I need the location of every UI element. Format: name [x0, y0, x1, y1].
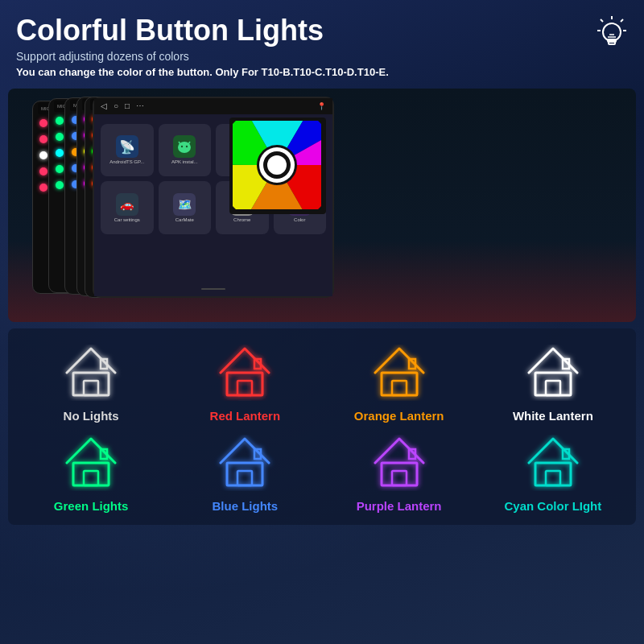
light-label-no-lights: No Lights [64, 409, 119, 423]
tablet-bottom-bar [94, 284, 332, 294]
svg-rect-41 [237, 471, 252, 485]
svg-line-13 [179, 142, 180, 144]
house-icon-no-lights [59, 345, 123, 401]
svg-rect-26 [84, 381, 98, 395]
svg-rect-7 [609, 42, 615, 44]
svg-point-12 [186, 146, 188, 147]
svg-line-1 [621, 19, 623, 22]
svg-point-5 [603, 23, 621, 41]
side-buttons-1 [39, 119, 47, 192]
light-item-green-lights: Green Lights [16, 435, 166, 513]
home-icon: ○ [114, 101, 118, 110]
side-buttons-2 [56, 117, 64, 189]
svg-point-24 [267, 155, 287, 175]
svg-rect-46 [535, 463, 571, 485]
house-icon-white-lantern [521, 345, 585, 401]
app-androidts[interactable]: 📡 AndroidTS GP... [101, 124, 154, 177]
back-icon: ◁ [101, 101, 107, 110]
svg-rect-43 [382, 463, 417, 485]
header-section: Colorful Button Lights Support adjusting… [0, 0, 644, 85]
svg-rect-32 [392, 381, 407, 395]
light-label-red-lantern: Red Lantern [210, 409, 281, 423]
house-icon-purple-lantern [367, 435, 431, 491]
light-item-red-lantern: Red Lantern [170, 345, 320, 423]
svg-rect-37 [73, 463, 109, 485]
light-label-white-lantern: White Lantern [513, 409, 593, 423]
light-item-no-lights: No Lights [16, 345, 166, 423]
status-icons: 📍 [317, 102, 326, 110]
house-icon-red-lantern [213, 345, 277, 401]
svg-rect-25 [73, 373, 109, 395]
light-label-purple-lantern: Purple Lantern [357, 499, 442, 513]
color-wheel-svg [233, 121, 321, 209]
recents-icon: □ [125, 101, 130, 110]
menu-icon: ⋯ [136, 101, 144, 110]
svg-rect-31 [382, 373, 417, 395]
svg-line-3 [601, 19, 603, 22]
page-title: Colorful Button Lights [16, 14, 628, 47]
bulb-svg [596, 14, 628, 50]
light-label-blue-lights: Blue Lights [213, 499, 279, 513]
house-icon-green-lights [59, 435, 123, 491]
svg-rect-34 [535, 373, 571, 395]
light-item-blue-lights: Blue Lights [170, 435, 320, 513]
light-item-cyan-color-light: Cyan Color LIght [478, 435, 628, 513]
light-item-white-lantern: White Lantern [478, 345, 628, 423]
light-label-cyan-color-light: Cyan Color LIght [504, 499, 601, 513]
subtitle: Support adjusting dozens of colors [16, 50, 628, 63]
svg-rect-28 [227, 373, 262, 395]
device-showcase: MIC RST MIC RST MIC RST [8, 89, 636, 322]
app-apk[interactable]: APK instal... [159, 124, 212, 177]
svg-rect-40 [227, 463, 262, 485]
app-carmate[interactable]: 🗺️ CarMate [159, 181, 212, 234]
svg-rect-44 [392, 471, 407, 485]
house-icon-orange-lantern [367, 345, 431, 401]
svg-rect-38 [84, 471, 98, 485]
nav-icons: ◁ ○ □ ⋯ [101, 101, 144, 110]
house-icon-blue-lights [213, 435, 277, 491]
main-tablet: ◁ ○ □ ⋯ 📍 📡 AndroidTS GP... [93, 97, 334, 298]
android-topbar: ◁ ○ □ ⋯ 📍 [94, 98, 332, 114]
lights-grid: No Lights Red L [16, 345, 628, 513]
svg-rect-35 [546, 381, 560, 395]
svg-rect-29 [237, 381, 252, 395]
bulb-icon [596, 14, 628, 50]
compatibility-note: You can change the color of the button. … [16, 66, 628, 78]
svg-rect-47 [546, 471, 560, 485]
svg-line-14 [188, 142, 190, 144]
svg-point-11 [181, 146, 183, 147]
lights-grid-section: No Lights Red L [8, 328, 636, 525]
android-ui: ◁ ○ □ ⋯ 📍 📡 AndroidTS GP... [94, 98, 332, 296]
app-car-settings[interactable]: 🚗 Car settings [101, 181, 154, 234]
color-wheel-overlay [229, 118, 326, 214]
location-icon: 📍 [317, 102, 326, 110]
light-label-green-lights: Green Lights [54, 499, 129, 513]
light-label-orange-lantern: Orange Lantern [354, 409, 444, 423]
light-item-orange-lantern: Orange Lantern [324, 345, 474, 423]
light-item-purple-lantern: Purple Lantern [324, 435, 474, 513]
house-icon-cyan-color-light [521, 435, 585, 491]
